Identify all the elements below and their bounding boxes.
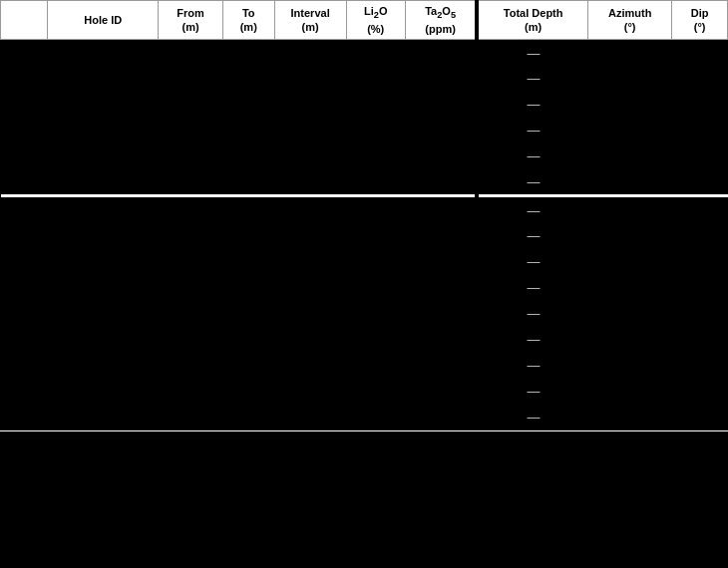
data-cell — [405, 275, 477, 301]
data-cell — [672, 353, 728, 379]
data-cell — [222, 40, 274, 66]
header-row: Hole ID From(m) To(m) Interval(m) Li2O(%… — [1, 1, 728, 40]
data-cell — [346, 405, 405, 430]
data-cell — [588, 66, 672, 92]
table-row[interactable]: — — [1, 353, 728, 379]
data-cell — [159, 40, 222, 66]
data-cell — [48, 249, 159, 275]
data-cell — [1, 275, 48, 301]
data-cell — [346, 169, 405, 195]
data-cell — [48, 169, 159, 195]
bottom-area — [0, 430, 728, 510]
data-cell — [346, 353, 405, 379]
data-cell — [159, 353, 222, 379]
data-cell — [1, 353, 48, 379]
data-cell — [1, 40, 48, 66]
data-cell: — — [477, 92, 587, 118]
data-cell: — — [477, 275, 587, 301]
table-row[interactable]: — — [1, 66, 728, 92]
data-cell — [588, 143, 672, 169]
data-cell — [1, 223, 48, 249]
data-cell — [672, 169, 728, 195]
data-cell — [48, 143, 159, 169]
data-cell — [48, 118, 159, 143]
data-cell — [1, 197, 48, 223]
data-cell — [405, 40, 477, 66]
data-cell — [274, 275, 346, 301]
data-cell — [588, 92, 672, 118]
col-header-totaldepth: Total Depth(m) — [477, 1, 587, 40]
col-header-to: To(m) — [222, 1, 274, 40]
data-cell — [672, 40, 728, 66]
data-cell — [48, 353, 159, 379]
data-cell — [1, 92, 48, 118]
data-cell — [48, 92, 159, 118]
data-cell — [588, 353, 672, 379]
table-row[interactable]: — — [1, 249, 728, 275]
data-cell — [588, 249, 672, 275]
data-cell: — — [477, 249, 587, 275]
data-cell — [48, 327, 159, 353]
data-cell — [346, 92, 405, 118]
data-cell: — — [477, 353, 587, 379]
table-row[interactable]: — — [1, 169, 728, 195]
data-cell — [405, 353, 477, 379]
table-row[interactable]: — — [1, 275, 728, 301]
data-cell — [672, 327, 728, 353]
table-row[interactable]: — — [1, 92, 728, 118]
data-cell — [222, 197, 274, 223]
data-cell — [1, 327, 48, 353]
data-cell — [48, 223, 159, 249]
data-cell: — — [477, 40, 587, 66]
col-header-dip: Dip(°) — [672, 1, 728, 40]
col-header-checkbox — [1, 1, 48, 40]
data-cell: — — [477, 379, 587, 405]
table-row[interactable]: — — [1, 118, 728, 143]
data-cell — [405, 223, 477, 249]
data-cell — [405, 143, 477, 169]
data-cell — [405, 92, 477, 118]
data-cell — [48, 275, 159, 301]
table-row[interactable]: — — [1, 143, 728, 169]
table-row[interactable]: — — [1, 197, 728, 223]
data-cell — [159, 405, 222, 430]
table-row[interactable]: — — [1, 379, 728, 405]
table-row[interactable]: — — [1, 301, 728, 327]
data-cell: — — [477, 118, 587, 143]
table-row[interactable]: — — [1, 40, 728, 66]
data-cell — [672, 301, 728, 327]
table-row[interactable]: — — [1, 223, 728, 249]
data-cell — [274, 353, 346, 379]
data-cell — [222, 92, 274, 118]
data-cell — [222, 327, 274, 353]
data-cell — [159, 118, 222, 143]
data-cell — [346, 275, 405, 301]
data-cell — [48, 197, 159, 223]
data-cell — [159, 169, 222, 195]
data-cell — [159, 275, 222, 301]
data-cell — [274, 405, 346, 430]
data-cell — [588, 169, 672, 195]
data-cell — [48, 301, 159, 327]
data-cell — [159, 66, 222, 92]
table-row[interactable]: — — [1, 327, 728, 353]
table-row[interactable]: — — [1, 405, 728, 430]
col-header-azimuth: Azimuth(°) — [588, 1, 672, 40]
data-cell — [1, 249, 48, 275]
data-cell — [159, 197, 222, 223]
data-cell — [405, 169, 477, 195]
data-cell — [405, 327, 477, 353]
data-cell — [588, 118, 672, 143]
data-cell — [672, 66, 728, 92]
data-cell — [405, 405, 477, 430]
data-cell: — — [477, 197, 587, 223]
data-cell — [1, 301, 48, 327]
data-cell — [274, 92, 346, 118]
data-cell — [1, 118, 48, 143]
data-cell — [1, 405, 48, 430]
data-cell — [672, 275, 728, 301]
col-header-interval: Interval(m) — [274, 1, 346, 40]
data-cell — [222, 353, 274, 379]
data-cell: — — [477, 66, 587, 92]
data-cell — [159, 143, 222, 169]
